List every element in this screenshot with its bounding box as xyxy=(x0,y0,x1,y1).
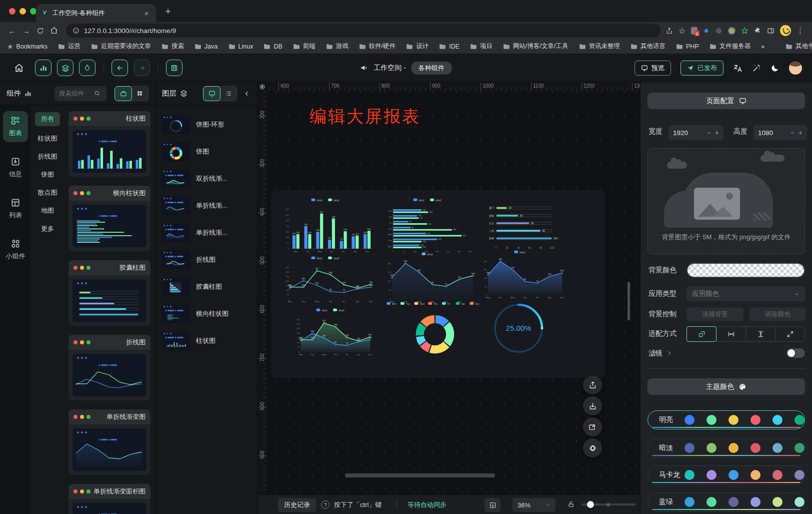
extension-dark-icon[interactable] xyxy=(715,27,722,35)
app-home-icon[interactable] xyxy=(14,63,24,73)
rail-item-列表[interactable]: 列表 xyxy=(3,193,28,224)
bookmark-folder[interactable]: 游戏 xyxy=(326,42,348,51)
ruler-corner-eye-icon[interactable] xyxy=(258,82,266,91)
theme-row-明亮[interactable]: 明亮 xyxy=(648,410,805,429)
component-card[interactable]: 胶囊柱图 xyxy=(68,260,150,326)
theme-color-section-button[interactable]: 主题颜色 xyxy=(648,378,805,395)
components-toggle-button[interactable] xyxy=(35,60,52,76)
bookmark-folder[interactable]: PHP xyxy=(676,42,699,51)
help-icon[interactable]: ? xyxy=(321,500,330,509)
fit-height-button[interactable] xyxy=(746,326,776,342)
new-tab-button[interactable]: + xyxy=(162,6,174,18)
back-icon[interactable]: ← xyxy=(5,24,19,38)
category-饼图[interactable]: 饼图 xyxy=(41,166,54,184)
history-button[interactable]: 历史记录 xyxy=(278,498,316,512)
fit-stretch-button[interactable] xyxy=(775,326,805,342)
rail-item-小组件[interactable]: 小组件 xyxy=(3,234,28,265)
home-icon[interactable] xyxy=(47,24,61,38)
zoom-select[interactable]: 36% xyxy=(512,498,556,512)
chart-line-gradient[interactable]: data1050100150200MonTueWedThuFriSatSun12… xyxy=(382,250,478,305)
theme-color-dot[interactable] xyxy=(772,415,782,425)
theme-color-dot[interactable] xyxy=(728,470,738,480)
theme-color-dot[interactable] xyxy=(794,470,804,480)
extensions-puzzle-icon[interactable] xyxy=(754,27,762,35)
dark-mode-moon-icon[interactable] xyxy=(770,64,780,73)
dashboard-title-text[interactable]: 编辑大屏报表 xyxy=(310,105,420,128)
dashboard-preview[interactable]: data1data2050100150200250300350120200150… xyxy=(271,190,605,378)
address-bar[interactable]: 127.0.0.1:3000/#/chart/home/9 xyxy=(66,24,660,38)
theme-color-dot[interactable] xyxy=(684,415,694,425)
theme-color-dot[interactable] xyxy=(728,415,738,425)
fit-scale-button[interactable] xyxy=(686,326,716,342)
import-button[interactable] xyxy=(583,396,602,415)
increment-icon[interactable]: + xyxy=(715,129,719,137)
theme-color-dot[interactable] xyxy=(684,470,694,480)
component-card[interactable]: 横向柱状图 xyxy=(68,186,150,251)
chart-line[interactable]: data1data2050100150200250300350MonTueWed… xyxy=(280,254,376,305)
bookmark-folder[interactable]: 文件服务器 xyxy=(710,42,751,51)
layer-item[interactable]: 折线图 xyxy=(162,246,251,273)
theme-color-dot[interactable] xyxy=(706,470,716,480)
width-stepper[interactable]: 1920 −+ xyxy=(668,125,724,140)
layer-item[interactable]: 单折线渐... xyxy=(162,219,251,246)
theme-color-dot[interactable] xyxy=(706,443,716,453)
layer-item[interactable]: 单折线渐... xyxy=(162,192,251,219)
preview-button[interactable]: 预览 xyxy=(634,61,671,76)
chart-area[interactable]: data1050100150200MonTueWedThuFriSatSun12… xyxy=(478,248,567,301)
minimize-window-button[interactable] xyxy=(20,8,26,15)
layer-item[interactable]: 饼图 xyxy=(162,138,251,165)
site-info-icon[interactable] xyxy=(72,27,80,34)
publish-button[interactable]: 已发布 xyxy=(680,61,724,76)
canvas-vertical-scrollbar[interactable] xyxy=(628,282,630,320)
bookmark-star-icon[interactable]: ☆ xyxy=(678,26,686,36)
chart-hbar[interactable]: data1data2050100150200250300350Sun130160… xyxy=(382,196,478,255)
bookmark-folder[interactable]: Java xyxy=(194,42,218,51)
undo-button[interactable] xyxy=(112,60,128,76)
clear-background-button[interactable]: 清除背景 xyxy=(686,307,744,321)
grid-view-toggle[interactable] xyxy=(132,87,148,101)
bookmark-folder[interactable]: 搜索 xyxy=(162,42,184,51)
export-button[interactable] xyxy=(583,375,602,394)
theme-color-dot[interactable] xyxy=(706,497,716,507)
layer-item[interactable]: 双折线渐... xyxy=(162,165,251,192)
component-card[interactable]: 柱状图 xyxy=(68,111,150,177)
layer-item[interactable]: 饼图-环形 xyxy=(162,111,251,138)
chart-ring[interactable]: 25.00% xyxy=(491,300,546,356)
tab-close-icon[interactable]: × xyxy=(142,9,151,18)
theme-color-dot[interactable] xyxy=(794,443,804,453)
bookmark-folder[interactable]: 网站/博客/文章/工具 xyxy=(503,42,568,51)
extension-drop-icon[interactable] xyxy=(703,27,710,35)
extension-pin-icon[interactable]: g xyxy=(691,27,698,35)
theme-color-dot[interactable] xyxy=(706,415,716,425)
reload-icon[interactable] xyxy=(33,24,47,38)
bookmark-folder[interactable]: 资讯未整理 xyxy=(579,42,620,51)
layers-toggle-button[interactable] xyxy=(57,60,74,76)
sidebar-toggle-icon[interactable] xyxy=(767,27,774,35)
theme-color-dot[interactable] xyxy=(794,415,804,425)
category-地图[interactable]: 地图 xyxy=(41,202,54,220)
bookmark-folder[interactable]: DB xyxy=(264,42,282,51)
page-config-section-button[interactable]: 页面配置 xyxy=(648,93,805,109)
layer-item[interactable]: 柱状图 xyxy=(162,327,251,354)
theme-row-蓝绿[interactable]: 蓝绿 xyxy=(648,492,805,511)
bookmark-folder[interactable]: 近期需要读的文章 xyxy=(91,42,151,51)
clear-color-button[interactable]: 清除颜色 xyxy=(750,307,806,321)
theme-color-dot[interactable] xyxy=(750,470,760,480)
save-button[interactable] xyxy=(166,60,182,76)
other-bookmarks[interactable]: 其他书签 xyxy=(786,42,812,51)
search-input[interactable] xyxy=(59,90,92,97)
theme-color-dot[interactable] xyxy=(728,443,738,453)
canvas-horizontal-scrollbar[interactable] xyxy=(345,473,495,477)
forward-icon[interactable]: → xyxy=(19,24,33,38)
layers-thumbnail-toggle[interactable] xyxy=(204,87,220,101)
theme-color-dot[interactable] xyxy=(794,497,804,507)
profile-avatar[interactable] xyxy=(780,25,791,36)
component-search[interactable] xyxy=(54,86,106,101)
category-更多[interactable]: 更多 xyxy=(41,220,54,238)
bookmark-folder[interactable]: 软件/硬件 xyxy=(359,42,396,51)
browser-menu-icon[interactable]: ⋮ xyxy=(796,26,804,35)
bookmark-folder[interactable]: 设计 xyxy=(406,42,428,51)
fit-width-button[interactable] xyxy=(716,326,746,342)
theme-color-dot[interactable] xyxy=(772,443,782,453)
component-card[interactable]: 折线图 xyxy=(68,335,150,400)
